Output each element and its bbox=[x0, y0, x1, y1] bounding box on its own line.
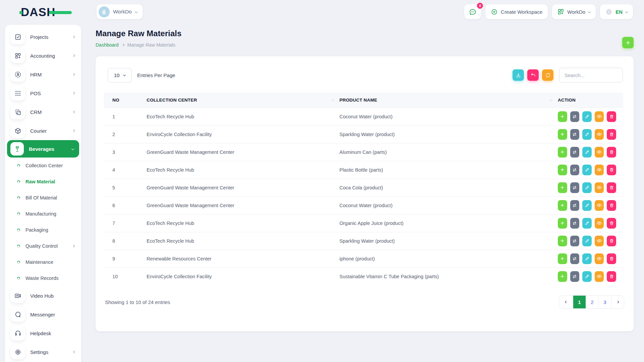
create-workspace-button[interactable]: Create Workspace bbox=[485, 4, 548, 19]
pagination-page-3[interactable]: 3 bbox=[598, 296, 611, 308]
edit-button[interactable] bbox=[582, 147, 592, 158]
sidebar-subitem-raw-material[interactable]: Raw Material bbox=[5, 174, 81, 190]
sidebar-item-settings[interactable]: Settings bbox=[5, 343, 81, 361]
add-stock-button[interactable] bbox=[558, 111, 567, 122]
sidebar-subitem-waste-records[interactable]: Waste Records bbox=[5, 270, 81, 286]
search-input[interactable] bbox=[559, 68, 623, 82]
add-stock-button[interactable] bbox=[558, 182, 567, 193]
transfer-button[interactable] bbox=[570, 111, 580, 122]
add-stock-button[interactable] bbox=[558, 129, 567, 140]
add-stock-button[interactable] bbox=[558, 271, 567, 282]
transfer-button[interactable] bbox=[570, 200, 580, 211]
edit-button[interactable] bbox=[582, 111, 592, 122]
transfer-button[interactable] bbox=[570, 253, 580, 264]
transfer-button[interactable] bbox=[570, 236, 580, 246]
entries-per-page-select[interactable]: 10 bbox=[108, 68, 132, 82]
add-stock-button[interactable] bbox=[558, 218, 567, 229]
delete-button[interactable] bbox=[607, 218, 616, 229]
pagination-page-1[interactable]: 1 bbox=[573, 296, 586, 308]
eye-icon bbox=[596, 185, 602, 190]
edit-button[interactable] bbox=[582, 218, 592, 229]
plus-icon bbox=[560, 167, 565, 172]
sidebar-item-video-hub[interactable]: Video Hub bbox=[5, 286, 81, 305]
transfer-button[interactable] bbox=[570, 271, 580, 282]
view-button[interactable] bbox=[595, 200, 604, 211]
sidebar-subitem-manufacturing[interactable]: Manufacturing bbox=[5, 206, 81, 222]
sidebar-item-courier[interactable]: Courier bbox=[5, 121, 81, 140]
transfer-button[interactable] bbox=[570, 165, 580, 175]
transfer-button[interactable] bbox=[570, 147, 580, 158]
delete-button[interactable] bbox=[607, 271, 616, 282]
pagination-page-2[interactable]: 2 bbox=[586, 296, 598, 308]
messages-button[interactable]: 0 bbox=[464, 4, 481, 19]
view-button[interactable] bbox=[595, 111, 604, 122]
view-button[interactable] bbox=[595, 236, 604, 246]
delete-button[interactable] bbox=[607, 182, 616, 193]
pagination-prev-button[interactable] bbox=[559, 296, 573, 308]
top-header: DASH WorkDo 0 Create Workspace WorkDo bbox=[0, 0, 644, 24]
sidebar-item-crm[interactable]: CRM bbox=[5, 103, 81, 121]
sidebar-subitem-maintenance[interactable]: Maintenance bbox=[5, 254, 81, 270]
delete-button[interactable] bbox=[607, 147, 616, 158]
delete-button[interactable] bbox=[607, 111, 616, 122]
delete-button[interactable] bbox=[607, 200, 616, 211]
add-stock-button[interactable] bbox=[558, 147, 567, 158]
transfer-arrows-icon bbox=[572, 167, 577, 173]
language-selector[interactable]: EN bbox=[600, 4, 633, 19]
edit-button[interactable] bbox=[582, 200, 592, 211]
sidebar-subitem-quality-control[interactable]: Quality Control bbox=[5, 238, 81, 254]
edit-button[interactable] bbox=[582, 271, 592, 282]
export-button[interactable] bbox=[513, 69, 524, 81]
delete-button[interactable] bbox=[607, 253, 616, 264]
sidebar-subitem-packaging[interactable]: Packaging bbox=[5, 222, 81, 238]
sidebar-item-pos[interactable]: POS bbox=[5, 84, 81, 103]
bullet-icon bbox=[16, 228, 21, 232]
view-button[interactable] bbox=[595, 218, 604, 229]
transfer-button[interactable] bbox=[570, 129, 580, 140]
view-button[interactable] bbox=[595, 147, 604, 158]
sidebar-subitem-bill-of-material[interactable]: Bill Of Material bbox=[5, 190, 81, 206]
add-stock-button[interactable] bbox=[558, 236, 567, 246]
add-stock-button[interactable] bbox=[558, 200, 567, 211]
edit-button[interactable] bbox=[582, 129, 592, 140]
sidebar-item-messenger[interactable]: Messenger bbox=[5, 305, 81, 324]
sidebar-item-hrm[interactable]: HRM bbox=[5, 65, 81, 84]
reset-button[interactable] bbox=[527, 69, 539, 81]
edit-button[interactable] bbox=[582, 182, 592, 193]
view-button[interactable] bbox=[595, 271, 604, 282]
grid-plus-icon bbox=[10, 48, 25, 63]
view-button[interactable] bbox=[595, 165, 604, 175]
view-button[interactable] bbox=[595, 253, 604, 264]
delete-button[interactable] bbox=[607, 236, 616, 246]
apps-menu-button[interactable]: WorkDo bbox=[552, 4, 596, 19]
cell-collection-center: EcoTech Recycle Hub bbox=[147, 232, 339, 250]
trash-icon bbox=[609, 132, 614, 137]
breadcrumb-dashboard-link[interactable]: Dashboard bbox=[96, 42, 119, 48]
refresh-button[interactable] bbox=[542, 69, 553, 81]
delete-button[interactable] bbox=[607, 165, 616, 175]
chevron-down-icon bbox=[123, 73, 126, 76]
delete-button[interactable] bbox=[607, 129, 616, 140]
sidebar-item-helpdesk[interactable]: Helpdesk bbox=[5, 324, 81, 343]
building-icon bbox=[101, 9, 107, 15]
view-button[interactable] bbox=[595, 129, 604, 140]
sidebar-subitem-collection-center[interactable]: Collection Center bbox=[5, 158, 81, 174]
edit-button[interactable] bbox=[582, 236, 592, 246]
pagination-next-button[interactable] bbox=[611, 296, 624, 308]
beverage-glass-icon bbox=[10, 142, 24, 156]
create-raw-material-button[interactable] bbox=[622, 37, 634, 48]
workspace-switcher[interactable]: WorkDo bbox=[97, 4, 143, 19]
add-stock-button[interactable] bbox=[558, 165, 567, 175]
sidebar-item-projects[interactable]: Projects bbox=[5, 27, 81, 46]
add-stock-button[interactable] bbox=[558, 253, 567, 264]
cell-product-name: Coconut Water (product) bbox=[339, 108, 558, 125]
transfer-button[interactable] bbox=[570, 218, 580, 229]
sidebar-item-accounting[interactable]: Accounting bbox=[5, 46, 81, 65]
edit-button[interactable] bbox=[582, 253, 592, 264]
transfer-button[interactable] bbox=[570, 182, 580, 193]
sort-icon[interactable]: ↑↓ bbox=[549, 98, 552, 102]
sidebar-item-beverages[interactable]: Beverages bbox=[7, 140, 79, 158]
sort-icon[interactable]: ↑↓ bbox=[331, 98, 333, 102]
edit-button[interactable] bbox=[582, 165, 592, 175]
view-button[interactable] bbox=[595, 182, 604, 193]
